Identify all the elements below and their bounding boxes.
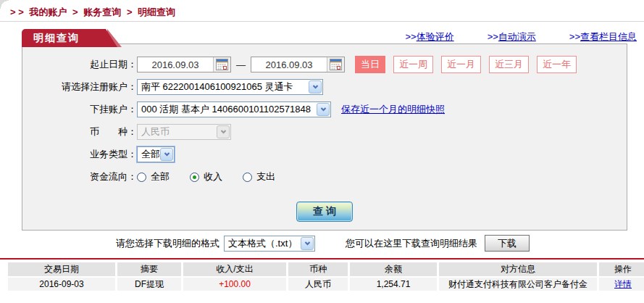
transaction-table: 交易日期 摘要 收入/支出 币种 余额 对方信息 操作 2016-09-03 D… — [6, 261, 644, 292]
flow-direction-row: 资金流向： 全部 收入 支出 — [22, 168, 627, 186]
quick-range-today-button[interactable]: 当日 — [355, 56, 385, 73]
col-header-summary: 摘要 — [117, 262, 181, 276]
view-column-info-link[interactable]: >>查看栏目信息 — [569, 30, 637, 43]
table-row: 2016-09-03 DF提现 +100.00 人民币 1,254.71 财付通… — [8, 278, 644, 291]
link-label: 查看栏目信息 — [580, 31, 637, 42]
currency-select: 人民币 — [137, 124, 231, 140]
link-prefix: >> — [488, 31, 498, 42]
col-header-action: 操作 — [599, 262, 644, 276]
radio-checked-icon[interactable] — [190, 173, 199, 182]
calendar-icon[interactable] — [213, 57, 230, 72]
link-label: 体验评价 — [417, 31, 454, 42]
chevron-down-icon — [217, 125, 230, 138]
flow-option-label: 全部 — [151, 170, 170, 183]
col-header-currency: 币种 — [288, 262, 348, 276]
flow-radio-income[interactable]: 收入 — [190, 170, 222, 183]
date-range-dash: — — [236, 59, 246, 70]
table-top-divider — [0, 258, 644, 260]
auto-demo-link[interactable]: >>自动演示 — [488, 30, 536, 43]
sub-account-value: 000 活期 基本户 1406600101102571848 — [138, 103, 316, 116]
date-range-label: 起止日期： — [22, 58, 137, 71]
biz-type-select[interactable]: 全部 — [137, 146, 175, 162]
page-title: 明细查询 — [22, 29, 106, 47]
table-header-row: 交易日期 摘要 收入/支出 币种 余额 对方信息 操作 — [8, 262, 644, 276]
flow-direction-label: 资金流向： — [22, 170, 137, 183]
chevron-down-icon[interactable] — [301, 237, 314, 250]
end-date-input[interactable] — [251, 58, 327, 71]
breadcrumb-prefix: > > — [10, 7, 24, 17]
cell-summary: DF提现 — [117, 278, 181, 291]
download-format-label: 请您选择下载明细的格式 — [116, 237, 219, 250]
sub-account-select[interactable]: 000 活期 基本户 1406600101102571848 — [137, 101, 331, 117]
start-date-field[interactable] — [137, 57, 231, 72]
radio-icon[interactable] — [137, 173, 146, 182]
quick-range-year-button[interactable]: 近一年 — [537, 56, 577, 73]
sub-account-label: 下挂账户： — [22, 103, 137, 116]
top-links: >>体验评价 >>自动演示 >>查看栏目信息 — [405, 30, 637, 43]
register-account-row: 请选择注册账户： 南平 6222001406100921065 灵通卡 — [22, 78, 627, 96]
link-prefix: >> — [405, 31, 416, 42]
cell-date: 2016-09-03 — [8, 278, 115, 291]
register-account-value: 南平 6222001406100921065 灵通卡 — [138, 80, 308, 94]
biz-type-row: 业务类型： 全部 — [22, 146, 627, 163]
quick-range-month-button[interactable]: 近一月 — [441, 56, 481, 73]
detail-link[interactable]: 详情 — [614, 279, 632, 289]
sub-account-row: 下挂账户： 000 活期 基本户 1406600101102571848 保存近… — [22, 101, 627, 118]
save-monthly-snapshot-link[interactable]: 保存近一个月的明细快照 — [341, 103, 445, 116]
download-format-value: 文本格式（.txt） — [225, 237, 300, 250]
col-header-balance: 余额 — [350, 262, 437, 276]
query-form-panel: 起止日期： — — [22, 43, 627, 231]
flow-option-label: 收入 — [204, 170, 222, 183]
calendar-icon[interactable] — [327, 57, 344, 72]
flow-radio-all[interactable]: 全部 — [137, 170, 170, 183]
cell-counterparty: 财付通支付科技有限公司客户备付金 — [439, 278, 597, 291]
currency-value: 人民币 — [138, 125, 216, 138]
query-button-row: 查 询 — [22, 202, 627, 222]
query-button[interactable]: 查 询 — [296, 202, 353, 222]
breadcrumb-separator: > — [127, 7, 133, 17]
register-account-label: 请选择注册账户： — [22, 80, 137, 94]
section-header-row: 明细查询 >>体验评价 >>自动演示 >>查看栏目信息 — [0, 22, 644, 43]
link-label: 自动演示 — [498, 31, 536, 42]
flow-option-label: 支出 — [256, 170, 275, 183]
download-row: 请您选择下载明细的格式 文本格式（.txt） 您可以在这里下载查询明细结果 下载 — [0, 235, 644, 252]
register-account-select[interactable]: 南平 6222001406100921065 灵通卡 — [137, 79, 323, 95]
biz-type-value: 全部 — [138, 148, 159, 161]
cell-currency: 人民币 — [288, 278, 348, 291]
experience-rating-link[interactable]: >>体验评价 — [405, 30, 453, 43]
chevron-down-icon[interactable] — [317, 103, 330, 116]
biz-type-label: 业务类型： — [22, 148, 137, 161]
breadcrumb-separator: > — [72, 7, 78, 17]
download-button[interactable]: 下载 — [485, 235, 530, 252]
breadcrumb-item-detail-query[interactable]: 明细查询 — [138, 7, 175, 17]
quick-range-week-button[interactable]: 近一周 — [393, 56, 433, 73]
chevron-down-icon[interactable] — [309, 80, 322, 94]
breadcrumb-item-my-account[interactable]: 我的账户 — [29, 7, 67, 17]
download-format-select[interactable]: 文本格式（.txt） — [224, 236, 315, 252]
col-header-amount: 收入/支出 — [183, 262, 286, 276]
income-amount: +100.00 — [219, 279, 251, 289]
cell-action: 详情 — [599, 278, 644, 291]
radio-icon[interactable] — [243, 173, 252, 182]
link-prefix: >> — [569, 31, 580, 42]
currency-label: 币 种： — [22, 125, 137, 138]
quick-range-quarter-button[interactable]: 近三月 — [489, 56, 529, 73]
page-corner-decoration — [0, 0, 9, 9]
currency-row: 币 种： 人民币 — [22, 123, 627, 141]
cell-balance: 1,254.71 — [350, 278, 437, 291]
col-header-counterparty: 对方信息 — [439, 262, 597, 276]
flow-radio-expense[interactable]: 支出 — [243, 170, 275, 183]
cell-amount: +100.00 — [183, 278, 286, 291]
date-range-row: 起止日期： — — [22, 56, 627, 73]
download-hint-text: 您可以在这里下载查询明细结果 — [346, 237, 477, 250]
start-date-input[interactable] — [138, 58, 213, 71]
col-header-date: 交易日期 — [8, 262, 115, 276]
detail-query-tab: 明细查询 — [22, 29, 106, 47]
breadcrumb-item-account-query[interactable]: 账务查询 — [83, 7, 121, 17]
chevron-down-icon[interactable] — [160, 148, 173, 161]
breadcrumb: > > 我的账户 > 账务查询 > 明细查询 — [0, 0, 644, 22]
end-date-field[interactable] — [251, 57, 345, 72]
